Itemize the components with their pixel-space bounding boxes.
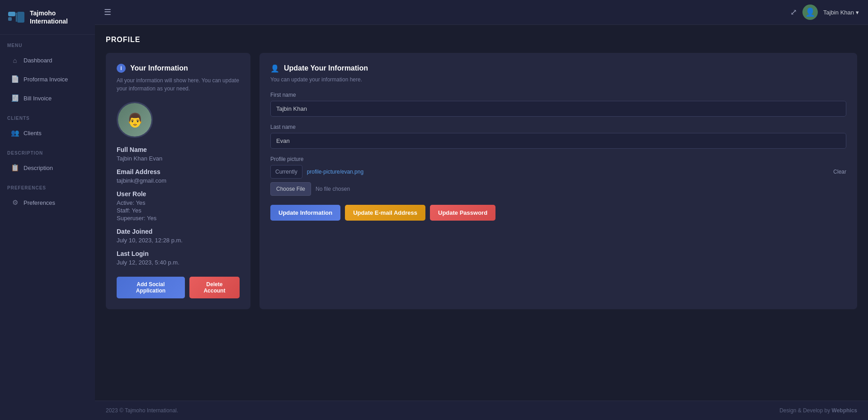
no-file-text: No file chosen — [316, 186, 350, 192]
logo-text: Tajmoho International — [30, 9, 68, 25]
preferences-section-label: PREFERENCES — [0, 177, 95, 193]
topbar-left: ☰ — [104, 7, 111, 17]
info-card-title: Your Information — [130, 64, 188, 72]
svg-rect-0 — [8, 12, 15, 16]
page-title: PROFILE — [106, 36, 857, 44]
user-role-label: User Role — [117, 190, 240, 198]
content-area: PROFILE i Your Information All your info… — [95, 25, 868, 401]
description-section-label: DESCRIPTION — [0, 142, 95, 158]
profile-grid: i Your Information All your information … — [106, 53, 857, 309]
first-name-label: First name — [270, 92, 846, 98]
sidebar-item-label: Bill Invoice — [24, 95, 52, 102]
update-email-button[interactable]: Update E-mail Address — [345, 205, 425, 221]
user-icon: 👤 — [270, 64, 279, 73]
logo-area: Tajmoho International — [0, 0, 95, 35]
add-social-application-button[interactable]: Add Social Application — [117, 277, 185, 298]
choose-file-button[interactable]: Choose File — [270, 182, 311, 196]
file-row: Currently profile-picture/evan.png Clear — [270, 165, 846, 179]
menu-section-label: MENU — [0, 35, 95, 51]
clients-icon: 👥 — [11, 129, 19, 137]
info-card: i Your Information All your information … — [106, 53, 250, 309]
form-actions: Update Information Update E-mail Address… — [270, 205, 846, 221]
sidebar: Tajmoho International MENU ⌂ Dashboard 📄… — [0, 0, 95, 420]
update-card: 👤 Update Your Information You can update… — [259, 53, 857, 309]
sidebar-item-label: Clients — [24, 130, 42, 137]
last-login-value: July 12, 2023, 5:40 p.m. — [117, 259, 240, 266]
info-icon: i — [117, 64, 126, 73]
sidebar-item-label: Preferences — [24, 199, 55, 206]
footer: 2023 © Tajmoho International. Design & D… — [95, 401, 868, 420]
avatar-circle: 👨 — [117, 102, 153, 138]
email-value: tajbink@gmail.com — [117, 177, 240, 184]
update-information-button[interactable]: Update Information — [270, 205, 340, 221]
card-actions: Add Social Application Delete Account — [117, 277, 240, 298]
role-lines: Active: Yes Staff: Yes Superuser: Yes — [117, 199, 240, 222]
delete-account-button[interactable]: Delete Account — [189, 277, 240, 298]
last-login-label: Last Login — [117, 250, 240, 257]
update-password-button[interactable]: Update Password — [430, 205, 495, 221]
invoice-icon: 📄 — [11, 75, 19, 83]
svg-rect-2 — [17, 12, 24, 23]
date-joined-value: July 10, 2023, 12:28 p.m. — [117, 237, 240, 244]
sidebar-item-label: Dashboard — [24, 57, 52, 64]
svg-rect-1 — [8, 17, 12, 21]
date-joined-label: Date Joined — [117, 228, 240, 235]
sidebar-item-clients[interactable]: 👥 Clients — [4, 124, 91, 142]
home-icon: ⌂ — [11, 56, 19, 64]
sidebar-item-preferences[interactable]: ⚙ Preferences — [4, 194, 91, 211]
role-superuser: Superuser: Yes — [117, 215, 240, 222]
sidebar-item-label: Description — [24, 165, 53, 171]
full-name-label: Full Name — [117, 146, 240, 153]
profile-picture-link[interactable]: profile-picture/evan.png — [307, 169, 363, 175]
footer-dev-company: Webphics — [832, 407, 857, 414]
description-icon: 📋 — [11, 164, 19, 172]
first-name-input[interactable] — [270, 101, 846, 117]
footer-copy: 2023 © Tajmoho International. — [106, 407, 178, 414]
clear-button[interactable]: Clear — [833, 169, 846, 175]
sidebar-item-bill-invoice[interactable]: 🧾 Bill Invoice — [4, 90, 91, 107]
footer-dev: Design & Develop by Webphics — [779, 407, 857, 414]
topbar: ☰ ⤢ 👤 Tajbin Khan ▾ — [95, 0, 868, 25]
currently-label: Currently — [270, 165, 302, 179]
logo-icon — [7, 8, 25, 26]
user-name[interactable]: Tajbin Khan ▾ — [823, 9, 859, 16]
sidebar-item-description[interactable]: 📋 Description — [4, 159, 91, 176]
update-card-subtitle: You can update your information here. — [270, 76, 846, 83]
bill-icon: 🧾 — [11, 94, 19, 102]
gear-icon: ⚙ — [11, 198, 19, 207]
avatar-img: 👨 — [118, 103, 151, 137]
email-label: Email Address — [117, 168, 240, 175]
first-name-group: First name — [270, 92, 846, 117]
last-name-label: Last name — [270, 124, 846, 130]
main-area: ☰ ⤢ 👤 Tajbin Khan ▾ PROFILE i Your Infor… — [95, 0, 868, 420]
last-name-input[interactable] — [270, 133, 846, 149]
sidebar-item-proforma-invoice[interactable]: 📄 Proforma Invoice — [4, 71, 91, 88]
last-name-group: Last name — [270, 124, 846, 149]
profile-picture-label: Profile picture — [270, 156, 846, 162]
file-choose-row: Choose File No file chosen — [270, 182, 846, 196]
dropdown-arrow-icon: ▾ — [856, 9, 859, 16]
profile-picture-group: Profile picture Currently profile-pictur… — [270, 156, 846, 196]
topbar-right: ⤢ 👤 Tajbin Khan ▾ — [790, 5, 859, 20]
role-staff: Staff: Yes — [117, 207, 240, 214]
avatar: 👤 — [802, 5, 818, 20]
info-card-header: i Your Information — [117, 64, 240, 73]
hamburger-icon[interactable]: ☰ — [104, 7, 111, 17]
update-card-header: 👤 Update Your Information — [270, 64, 846, 73]
full-name-value: Tajbin Khan Evan — [117, 155, 240, 162]
role-active: Active: Yes — [117, 199, 240, 206]
info-card-subtitle: All your information will show here. You… — [117, 76, 240, 93]
sidebar-item-dashboard[interactable]: ⌂ Dashboard — [4, 52, 91, 69]
sidebar-item-label: Proforma Invoice — [24, 76, 68, 83]
expand-icon[interactable]: ⤢ — [790, 7, 797, 17]
clients-section-label: CLIENTS — [0, 108, 95, 123]
update-card-title: Update Your Information — [284, 64, 368, 72]
